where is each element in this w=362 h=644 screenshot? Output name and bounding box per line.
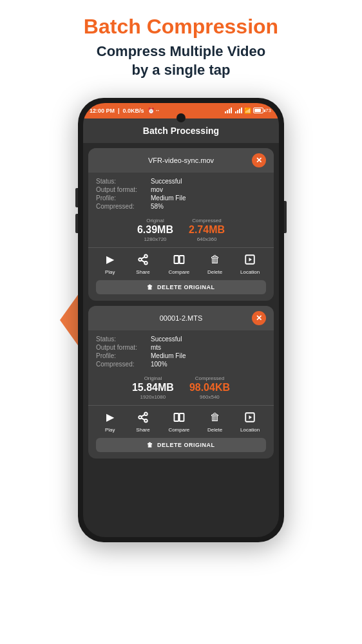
battery-pct: 73	[265, 108, 271, 113]
size-comparison-2: Original 15.84MB 1920x1080 Compressed 98…	[88, 372, 274, 402]
info-row-compressed-2: Compressed: 100%	[96, 361, 266, 368]
status-icons: 📶 73	[225, 108, 271, 114]
size-comparison-1: Original 6.39MB 1280x720 Compressed 2.74…	[88, 214, 274, 245]
delete-button-1[interactable]: 🗑 Delete	[207, 252, 223, 275]
delete-original-icon-2: 🗑	[147, 442, 153, 448]
video-card-2: 00001-2.MTS ✕ Status: Successful Output …	[88, 306, 274, 459]
share-button-1[interactable]: Share	[135, 252, 151, 275]
location-label-2: Location	[240, 427, 260, 433]
original-label-2: Original	[132, 375, 174, 381]
svg-point-11	[144, 419, 148, 422]
status-time-speed: 12:00 PM | 0.0KB/s ⏰ ··	[90, 108, 159, 114]
status-label-1: Status:	[96, 178, 151, 185]
svg-point-2	[144, 261, 148, 265]
compare-button-2[interactable]: Compare	[168, 410, 189, 433]
scroll-content[interactable]: VFR-video-sync.mov ✕ Status: Successful …	[83, 143, 279, 537]
format-value-2: mts	[151, 344, 161, 351]
info-row-status-2: Status: Successful	[96, 336, 266, 343]
phone-screen: 12:00 PM | 0.0KB/s ⏰ ··	[83, 103, 279, 537]
phone-mockup: 12:00 PM | 0.0KB/s ⏰ ··	[78, 98, 284, 542]
info-row-compressed-1: Compressed: 58%	[96, 203, 266, 210]
format-value-1: mov	[151, 186, 163, 193]
compressed-size-label-2: Compressed	[189, 375, 230, 381]
original-value-1: 6.39MB	[137, 224, 173, 236]
format-label-1: Output format:	[96, 186, 151, 193]
info-row-profile-2: Profile: Medium File	[96, 352, 266, 359]
svg-point-0	[144, 254, 148, 258]
front-camera	[176, 113, 186, 122]
play-button-1[interactable]: ▶ Play	[102, 252, 118, 275]
delete-original-button-1[interactable]: 🗑 DELETE ORIGINAL	[96, 280, 266, 294]
status-bar: 12:00 PM | 0.0KB/s ⏰ ··	[83, 103, 279, 118]
app-title: Batch Processing	[143, 126, 219, 136]
compare-button-1[interactable]: Compare	[168, 252, 189, 275]
compressed-value-display-1: 2.74MB	[189, 224, 225, 236]
profile-label-1: Profile:	[96, 194, 151, 202]
play-button-2[interactable]: ▶ Play	[102, 410, 118, 433]
share-button-2[interactable]: Share	[135, 410, 151, 433]
action-row-1: ▶ Play Share	[88, 247, 274, 278]
card-info-1: Status: Successful Output format: mov Pr…	[88, 173, 274, 214]
svg-point-1	[138, 258, 142, 261]
svg-line-3	[141, 260, 144, 262]
original-dims-1: 1280x720	[137, 236, 173, 242]
original-size-2: Original 15.84MB 1920x1080	[132, 375, 174, 400]
delete-button-2[interactable]: 🗑 Delete	[207, 410, 223, 433]
action-row-2: ▶ Play Share	[88, 405, 274, 435]
location-button-1[interactable]: Location	[240, 252, 260, 275]
delete-original-label-2: DELETE ORIGINAL	[157, 442, 215, 448]
compressed-size-label-1: Compressed	[189, 218, 225, 223]
page-header: Batch Compression Compress Multiple Vide…	[0, 0, 362, 86]
card-filename-2: 00001-2.MTS	[110, 314, 252, 322]
battery-icon	[253, 108, 263, 113]
close-button-1[interactable]: ✕	[252, 153, 266, 167]
close-button-2[interactable]: ✕	[252, 311, 266, 325]
card-header-1: VFR-video-sync.mov ✕	[88, 148, 274, 173]
compressed-value-1: 58%	[151, 203, 164, 210]
compare-label-2: Compare	[168, 427, 189, 433]
compressed-dims-1: 640x360	[189, 236, 225, 242]
location-label-1: Location	[240, 269, 260, 275]
share-label-1: Share	[136, 269, 149, 275]
status-value-2: Successful	[151, 336, 182, 343]
original-dims-2: 1920x1080	[132, 394, 174, 400]
svg-point-10	[138, 415, 142, 419]
profile-label-2: Profile:	[96, 352, 151, 359]
delete-original-button-2[interactable]: 🗑 DELETE ORIGINAL	[96, 438, 266, 452]
card-filename-1: VFR-video-sync.mov	[110, 156, 252, 164]
play-label-1: Play	[105, 269, 115, 275]
play-icon-1: ▶	[102, 252, 118, 267]
original-value-2: 15.84MB	[132, 382, 174, 393]
delete-label-1: Delete	[207, 269, 222, 275]
compressed-value-2: 100%	[151, 361, 167, 368]
svg-rect-15	[180, 413, 184, 421]
delete-icon-2: 🗑	[207, 410, 223, 425]
play-label-2: Play	[105, 427, 115, 433]
card-header-2: 00001-2.MTS ✕	[88, 306, 274, 330]
main-title: Batch Compression	[13, 14, 349, 39]
profile-value-2: Medium File	[151, 352, 186, 359]
wifi-icon: 📶	[244, 108, 251, 114]
compressed-label-1: Compressed:	[96, 203, 151, 210]
signal-icon	[225, 108, 232, 113]
svg-rect-14	[174, 413, 178, 421]
phone-shell: 12:00 PM | 0.0KB/s ⏰ ··	[78, 98, 284, 542]
compressed-value-display-2: 98.04KB	[189, 382, 230, 393]
location-icon-2	[242, 410, 258, 425]
svg-point-9	[144, 412, 148, 415]
compare-icon-2	[171, 410, 187, 425]
location-button-2[interactable]: Location	[240, 410, 260, 433]
svg-marker-8	[249, 258, 252, 261]
sub-title: Compress Multiple Videoby a single tap	[13, 43, 349, 79]
share-icon-1	[135, 252, 151, 267]
info-row-profile-1: Profile: Medium File	[96, 194, 266, 202]
svg-marker-17	[249, 415, 252, 419]
original-label-1: Original	[137, 218, 173, 223]
svg-rect-5	[174, 256, 178, 263]
status-time: 12:00 PM	[90, 108, 115, 114]
svg-rect-6	[180, 256, 184, 263]
location-icon-1	[242, 252, 258, 267]
compare-label-1: Compare	[168, 269, 189, 275]
delete-original-icon-1: 🗑	[147, 284, 153, 290]
compressed-size-1: Compressed 2.74MB 640x360	[189, 218, 225, 242]
